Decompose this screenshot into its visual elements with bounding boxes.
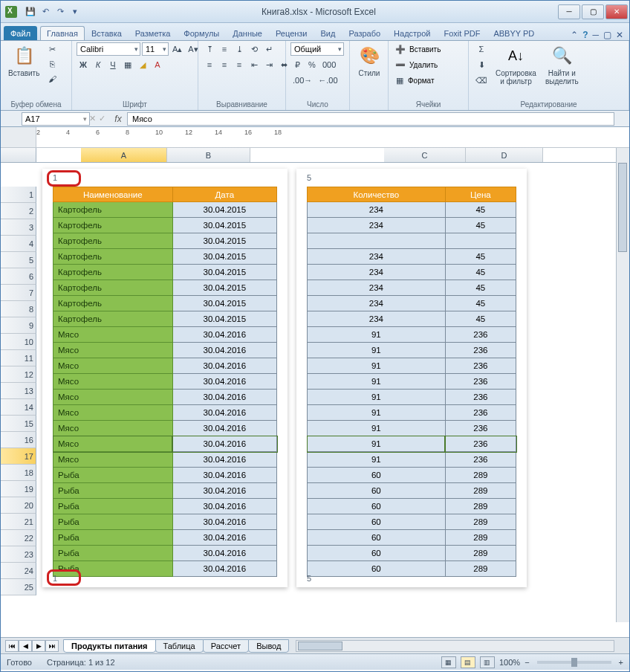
styles-button[interactable]: 🎨 Стили <box>354 42 384 79</box>
cell-price[interactable]: 45 <box>445 296 516 311</box>
row-header[interactable]: 2 <box>1 203 36 219</box>
sheet-nav-prev[interactable]: ◀ <box>19 640 32 652</box>
align-middle-button[interactable]: ≡ <box>218 42 231 56</box>
cell-price[interactable]: 289 <box>445 546 516 561</box>
cell-date[interactable]: 30.04.2016 <box>172 514 276 530</box>
cell-qty[interactable]: 91 <box>308 343 446 358</box>
redo-button[interactable]: ↷ <box>54 6 66 18</box>
cell-name[interactable]: Мясо <box>53 327 173 343</box>
currency-button[interactable]: ₽ <box>290 58 304 71</box>
doc-restore-icon[interactable]: ▢ <box>603 30 611 40</box>
cell-name[interactable]: Рыба <box>53 546 173 561</box>
cell-qty[interactable]: 234 <box>308 311 446 327</box>
cell-qty[interactable]: 234 <box>308 249 446 265</box>
cell-price[interactable]: 236 <box>445 358 516 374</box>
ribbon-minimize-icon[interactable]: ⌃ <box>571 30 578 40</box>
tab-abbyy[interactable]: ABBYY PD <box>487 26 541 40</box>
save-button[interactable]: 💾 <box>25 6 36 18</box>
tab-formulas[interactable]: Формулы <box>177 26 226 40</box>
cell-price[interactable]: 236 <box>445 436 516 452</box>
row-header[interactable]: 8 <box>1 301 36 317</box>
cell-date[interactable]: 30.04.2016 <box>172 561 276 577</box>
cell-date[interactable]: 30.04.2015 <box>172 249 276 265</box>
row-header[interactable]: 17 <box>1 448 36 465</box>
cell-price[interactable]: 289 <box>445 468 516 483</box>
cell-name[interactable]: Рыба <box>53 468 173 483</box>
cell-name[interactable]: Мясо <box>53 358 173 374</box>
cell-name[interactable]: Рыба <box>53 514 173 530</box>
align-bottom-button[interactable]: ⤓ <box>233 42 246 56</box>
view-page-layout-button[interactable]: ▤ <box>461 656 475 668</box>
find-select-button[interactable]: 🔍 Найти и выделить <box>542 42 582 87</box>
cell-name[interactable]: Картофель <box>53 233 173 249</box>
copy-button[interactable]: ⎘ <box>45 57 59 71</box>
sheet-tab-1[interactable]: Таблица <box>155 639 204 653</box>
cancel-formula-icon[interactable]: ✕ <box>89 114 96 124</box>
row-header[interactable]: 6 <box>1 268 36 285</box>
cell-price[interactable]: 45 <box>445 311 516 327</box>
cell-date[interactable]: 30.04.2015 <box>172 202 276 218</box>
row-header[interactable]: 19 <box>1 481 36 497</box>
cell-name[interactable]: Рыба <box>53 530 173 546</box>
cell-date[interactable]: 30.04.2016 <box>172 530 276 546</box>
qat-more[interactable]: ▾ <box>69 6 81 18</box>
fx-button[interactable]: fx <box>114 114 121 124</box>
row-header[interactable]: 16 <box>1 432 36 448</box>
row-header[interactable]: 9 <box>1 317 36 334</box>
delete-cells-button[interactable]: ➖ <box>393 58 408 71</box>
number-format-combo[interactable]: Общий <box>290 42 344 56</box>
percent-button[interactable]: % <box>305 58 319 71</box>
help-icon[interactable]: ? <box>582 30 588 40</box>
cell-name[interactable]: Картофель <box>53 265 173 280</box>
cell-price[interactable]: 236 <box>445 421 516 436</box>
zoom-out-button[interactable]: − <box>525 658 529 667</box>
cell-price[interactable]: 45 <box>445 265 516 280</box>
format-cells-button[interactable]: ▦ <box>393 74 406 87</box>
row-header[interactable]: 5 <box>1 252 36 268</box>
sheet-tab-2[interactable]: Рассчет <box>203 639 250 653</box>
cell-name[interactable]: Мясо <box>53 390 173 405</box>
cell-date[interactable]: 30.04.2015 <box>172 311 276 327</box>
cut-button[interactable]: ✂ <box>45 42 59 56</box>
col-header-c[interactable]: C <box>384 148 466 162</box>
cell-price[interactable] <box>445 233 516 249</box>
cell-name[interactable]: Мясо <box>53 374 173 390</box>
cell-date[interactable]: 30.04.2016 <box>172 327 276 343</box>
cell-qty[interactable]: 234 <box>308 265 446 280</box>
cell-date[interactable]: 30.04.2016 <box>172 421 276 436</box>
cell-qty[interactable]: 91 <box>308 452 446 468</box>
cell-date[interactable]: 30.04.2016 <box>172 436 276 452</box>
row-header[interactable]: 1 <box>1 187 36 203</box>
decrease-indent-button[interactable]: ⇤ <box>247 58 261 71</box>
cell-price[interactable]: 236 <box>445 343 516 358</box>
row-header[interactable]: 10 <box>1 334 36 350</box>
tab-home[interactable]: Главная <box>40 26 85 40</box>
minimize-button[interactable]: ─ <box>558 4 580 19</box>
font-size-combo[interactable]: 11 <box>142 42 169 56</box>
format-painter-button[interactable]: 🖌 <box>45 72 59 85</box>
cell-price[interactable]: 289 <box>445 483 516 499</box>
cell-qty[interactable]: 91 <box>308 436 446 452</box>
tab-foxit[interactable]: Foxit PDF <box>438 26 487 40</box>
cell-name[interactable]: Картофель <box>53 311 173 327</box>
sheet-tab-3[interactable]: Вывод <box>248 639 289 653</box>
cell-name[interactable]: Картофель <box>53 202 173 218</box>
cell-name[interactable]: Мясо <box>53 421 173 436</box>
cell-qty[interactable]: 234 <box>308 202 446 218</box>
cell-date[interactable]: 30.04.2015 <box>172 280 276 296</box>
cell-date[interactable]: 30.04.2016 <box>172 358 276 374</box>
row-header[interactable]: 20 <box>1 497 36 514</box>
cell-price[interactable]: 236 <box>445 452 516 468</box>
enter-formula-icon[interactable]: ✓ <box>99 114 105 124</box>
cell-name[interactable]: Рыба <box>53 499 173 514</box>
cell-price[interactable]: 289 <box>445 499 516 514</box>
cell-date[interactable]: 30.04.2016 <box>172 343 276 358</box>
cell-qty[interactable] <box>308 233 446 249</box>
cell-name[interactable]: Картофель <box>53 249 173 265</box>
decrease-decimal-button[interactable]: ←.00 <box>316 74 340 87</box>
font-color-button[interactable]: A <box>151 58 164 71</box>
wrap-text-button[interactable]: ↵ <box>262 42 276 56</box>
increase-decimal-button[interactable]: .00→ <box>290 74 314 87</box>
cell-price[interactable]: 289 <box>445 561 516 577</box>
grow-font-button[interactable]: A▴ <box>170 42 184 56</box>
